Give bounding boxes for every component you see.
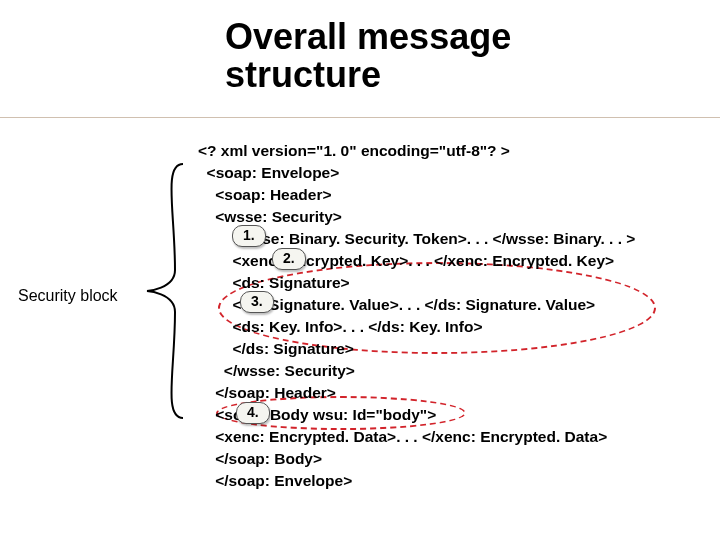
- security-block-label: Security block: [18, 287, 118, 305]
- code-line: </soap: Header>: [198, 384, 336, 401]
- code-line: <wsse: Security>: [198, 208, 342, 225]
- callout-badge-2: 2.: [272, 248, 306, 270]
- callout-badge-1: 1.: [232, 225, 266, 247]
- code-line: </soap: Body>: [198, 450, 322, 467]
- xml-listing: <? xml version="1. 0" encoding="utf-8"? …: [198, 140, 635, 492]
- code-line: <soap: Envelope>: [198, 164, 339, 181]
- code-line: </soap: Envelope>: [198, 472, 352, 489]
- title-underline: [0, 117, 720, 118]
- code-line: <xenc: Encrypted. Data>. . . </xenc: Enc…: [198, 428, 607, 445]
- code-line: <xenc: Encrypted. Key>. . . </xenc: Encr…: [198, 252, 614, 269]
- callout-badge-4: 4.: [236, 402, 270, 424]
- code-line: <soap: Body wsu: Id="body">: [198, 406, 436, 423]
- code-line: <ds: Key. Info>. . . </ds: Key. Info>: [198, 318, 483, 335]
- code-line: </ds: Signature>: [198, 340, 354, 357]
- slide-title: Overall message structure: [225, 18, 511, 94]
- code-line: <soap: Header>: [198, 186, 332, 203]
- title-line-2: structure: [225, 54, 381, 95]
- curly-brace-icon: [141, 162, 189, 420]
- callout-badge-3: 3.: [240, 291, 274, 313]
- code-line: <? xml version="1. 0" encoding="utf-8"? …: [198, 142, 510, 159]
- code-line: </wsse: Security>: [198, 362, 355, 379]
- code-line: <ds: Signature>: [198, 274, 350, 291]
- title-line-1: Overall message: [225, 16, 511, 57]
